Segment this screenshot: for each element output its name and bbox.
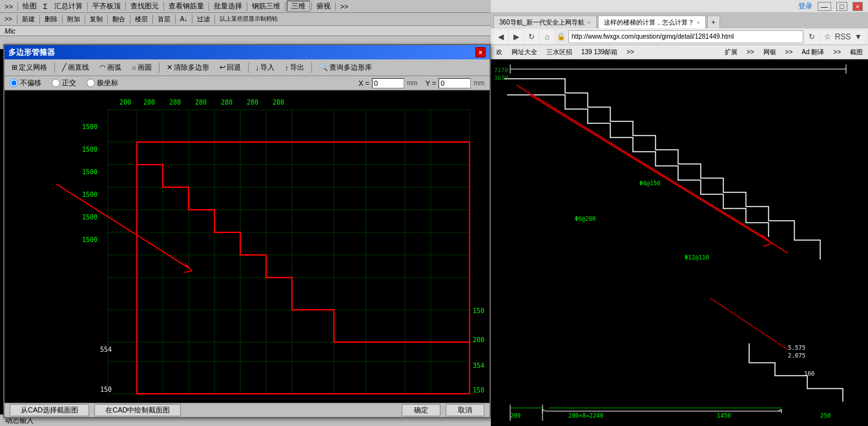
x-unit: mm (407, 79, 418, 86)
dialog-title: 多边形管箍器 (8, 47, 55, 58)
sep11 (39, 15, 40, 24)
menu-sort[interactable]: A↓ (177, 15, 191, 23)
btn-home[interactable]: ⌂ (540, 30, 554, 44)
bm-expand1[interactable]: >> (624, 48, 637, 56)
menu-rebar-view[interactable]: 查看钢筋量 (165, 1, 207, 12)
btn-back[interactable]: ◀ (493, 30, 508, 44)
y-input[interactable] (439, 78, 471, 88)
bm-translate[interactable]: Ad 翻译 (799, 47, 827, 57)
menu-draw[interactable]: 绘图 (19, 1, 40, 12)
bm-welcome[interactable]: 欢 (493, 47, 505, 57)
menu-combine[interactable]: 翻合 (109, 14, 129, 25)
btn-confirm[interactable]: 确定 (402, 404, 440, 416)
sep13 (85, 15, 85, 24)
radio-polar[interactable]: 极坐标 (87, 78, 118, 88)
btn-draw-circle[interactable]: ○ 画圆 (127, 61, 156, 74)
lock-icon: 🔒 (557, 32, 566, 41)
menu-first-floor[interactable]: 首层 (154, 14, 174, 25)
btn-more[interactable]: ▼ (851, 30, 865, 44)
radio-no-offset[interactable]: 不偏移 (10, 78, 41, 88)
menu-expand1[interactable]: >> (1, 2, 16, 11)
menu-sigma[interactable]: Σ (40, 2, 51, 11)
menu-floor[interactable]: 楼层 (132, 14, 151, 25)
tab-close-nav[interactable]: × (587, 19, 590, 26)
btn-cancel[interactable]: 取消 (446, 404, 484, 416)
sep9 (335, 2, 336, 11)
footer-buttons-left: 从CAD选择截面图 在CAD中绘制截面图 (10, 404, 181, 416)
menu-view-top[interactable]: 俯视 (313, 1, 334, 12)
sep8 (311, 2, 312, 11)
bm-139mail[interactable]: 139 139邮箱 (579, 47, 620, 57)
btn-draw-line[interactable]: ╱ 画直线 (57, 61, 94, 74)
menu-filter[interactable]: 过滤 (194, 14, 213, 25)
dialog-footer: 从CAD选择截面图 在CAD中绘制截面图 确定 取消 (5, 403, 490, 417)
cad-menu-row2: >> 新建 删除 附加 复制 翻合 楼层 首层 A↓ 过滤 以上某些层显示制档轮 (0, 13, 491, 26)
menu-attach[interactable]: 附加 (64, 14, 83, 25)
sep14 (107, 15, 108, 24)
menu-batch-select[interactable]: 批量选择 (211, 1, 245, 12)
sep19 (214, 15, 215, 24)
btn-forward[interactable]: ▶ (509, 30, 523, 44)
menu-rebar-3d[interactable]: 钢筋三维 (249, 1, 284, 12)
btn-import[interactable]: ↓ 导入 (251, 61, 280, 74)
bm-extension[interactable]: 扩展 (722, 47, 740, 57)
win-btn-max[interactable]: □ (836, 2, 847, 11)
btn-rss[interactable]: RSS (836, 30, 850, 44)
cad-top-bar: >> 绘图 Σ 汇总计算 平齐板顶 查找图元 查看钢筋量 批量选择 钢筋三维 三… (0, 0, 491, 36)
x-input[interactable] (372, 78, 404, 88)
menu-summary[interactable]: 汇总计算 (51, 1, 86, 12)
btn-refresh2[interactable]: ↻ (805, 30, 819, 44)
dialog-canvas[interactable] (5, 90, 490, 403)
bookmarks-bar: 欢 网址大全 三水区招 139 139邮箱 >> 扩展 >> 网银 >> Ad … (491, 45, 868, 59)
tb-sep3 (248, 63, 249, 73)
menu-expand3[interactable]: >> (1, 15, 16, 23)
sep16 (152, 15, 153, 24)
menu-3d[interactable]: 三维 (287, 1, 310, 12)
btn-draw-in-cad[interactable]: 在CAD中绘制截面图 (94, 404, 181, 416)
radio-orthogonal[interactable]: 正交 (52, 78, 76, 88)
url-input[interactable] (568, 30, 803, 43)
tb-sep1 (54, 63, 55, 73)
btn-star[interactable]: ☆ (820, 30, 834, 44)
btn-from-cad[interactable]: 从CAD选择截面图 (10, 404, 89, 416)
bm-url-nav[interactable]: 网址大全 (509, 47, 540, 57)
bm-sanshui[interactable]: 三水区招 (544, 47, 575, 57)
bm-expand3[interactable]: >> (783, 48, 796, 56)
menu-copy[interactable]: 复制 (87, 14, 106, 25)
polygon-dialog: 多边形管箍器 × ⊞ 定义网格 ╱ 画直线 ◠ 画弧 ○ 画圆 ✕ 清除多边形 … (3, 44, 491, 418)
tab-label-nav: 360导航_新一代安全上网导航 (499, 18, 584, 27)
tab-navigation[interactable]: 360导航_新一代安全上网导航 × (493, 15, 597, 28)
menu-layer-control[interactable]: 以上某些层显示制档轮 (216, 14, 281, 24)
y-unit: mm (473, 79, 484, 86)
btn-define-grid[interactable]: ⊞ 定义网格 (7, 61, 52, 74)
btn-export[interactable]: ↑ 导出 (280, 61, 309, 74)
dialog-options: 不偏移 正交 极坐标 X = mm Y = mm (5, 76, 490, 90)
dialog-close-button[interactable]: × (475, 47, 486, 57)
bm-expand4[interactable]: >> (831, 48, 843, 56)
btn-query-library[interactable]: 🔍 查询多边形库 (315, 61, 377, 74)
polygon-drawing-canvas[interactable] (5, 90, 490, 398)
tab-question[interactable]: 这样的楼梯的计算，怎么计算？ × (598, 15, 706, 28)
bm-screenshot[interactable]: 截图 (847, 47, 865, 57)
menu-delete[interactable]: 删除 (41, 14, 61, 25)
win-btn-min[interactable]: — (818, 2, 831, 11)
tab-close-question[interactable]: × (697, 19, 700, 26)
login-link[interactable]: 登录 (798, 1, 812, 11)
menu-find-element[interactable]: 查找图元 (127, 1, 162, 12)
bm-netbank[interactable]: 网银 (761, 47, 779, 57)
tab-add[interactable]: + (707, 15, 720, 28)
login-bar: 登录 — □ × (491, 0, 868, 13)
sep15 (130, 15, 130, 24)
win-btn-close[interactable]: × (852, 2, 863, 11)
bm-expand2[interactable]: >> (744, 48, 757, 56)
browser-toolbar: ◀ ▶ ↻ ⌂ 🔒 ↻ ☆ RSS ▼ (491, 28, 868, 45)
btn-draw-arc[interactable]: ◠ 画弧 (95, 61, 126, 74)
menu-new[interactable]: 新建 (19, 14, 38, 25)
menu-align-top[interactable]: 平齐板顶 (89, 1, 124, 12)
dialog-toolbar: ⊞ 定义网格 ╱ 画直线 ◠ 画弧 ○ 画圆 ✕ 清除多边形 ↩ 回退 ↓ 导入… (5, 59, 490, 76)
menu-expand2[interactable]: >> (337, 2, 352, 11)
right-cad-area (491, 59, 868, 426)
btn-clear-polygon[interactable]: ✕ 清除多边形 (162, 61, 214, 74)
btn-undo[interactable]: ↩ 回退 (215, 61, 245, 74)
btn-refresh[interactable]: ↻ (524, 30, 539, 44)
